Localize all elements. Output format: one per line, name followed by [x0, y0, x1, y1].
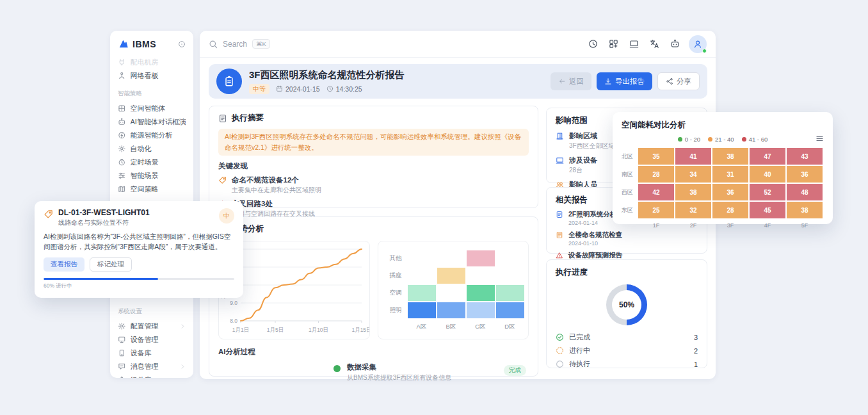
sidebar-item-label: 网络看板	[131, 71, 186, 81]
timer-icon	[118, 158, 126, 167]
target-icon[interactable]	[178, 40, 186, 48]
finding-item: 交叉回路3处 照明与空调回路存在交叉接线	[218, 199, 529, 218]
legend-dot-icon	[708, 137, 712, 142]
sidebar-item[interactable]: 空间智能体	[110, 102, 193, 115]
heatmap-cell	[467, 285, 495, 301]
robot-icon[interactable]	[670, 39, 680, 49]
heatmap-col-label: A区	[408, 320, 436, 331]
search-shortcut: ⌘K	[252, 39, 270, 49]
energy-comparison-panel: 空间能耗对比分析 0 - 20 21 - 40 41 - 60 北区354138…	[613, 112, 833, 224]
scene-icon	[118, 172, 126, 180]
energy-legend-item: 41 - 60	[742, 136, 768, 143]
sidebar-item[interactable]: 设备库	[110, 346, 193, 360]
doc-icon	[556, 231, 563, 239]
report-time-value: 14:30:25	[336, 85, 362, 93]
energy-icon	[118, 131, 126, 140]
sidebar-item[interactable]: 能源智能分析	[110, 129, 193, 142]
topbar: Search ⌘K	[200, 31, 716, 58]
sidebar-item-label: 配电机房	[131, 58, 186, 67]
sidebar-item[interactable]: 配置管理	[110, 320, 193, 333]
sidebar-item[interactable]: 组件库	[110, 373, 193, 378]
device-lib-icon	[118, 349, 126, 357]
app-name: IBMS	[133, 39, 174, 49]
energy-cell: 45	[750, 202, 785, 218]
export-report-button[interactable]: 导出报告	[597, 72, 652, 90]
energy-col-label: 5F	[787, 220, 823, 229]
progress-legend-value: 1	[694, 361, 698, 368]
progress-legend-label: 已完成	[569, 332, 689, 342]
legend-dot-icon	[742, 137, 746, 142]
tag-icon	[218, 176, 227, 184]
menu-icon[interactable]	[816, 134, 824, 143]
device-icon	[118, 336, 126, 344]
search-input[interactable]: Search ⌘K	[209, 39, 588, 49]
report-icon-badge	[216, 69, 242, 94]
building-icon	[556, 132, 564, 140]
alert-popup-header: DL-01-3F-WEST-LIGHT01 线路命名与实际位置不符 中	[44, 208, 234, 227]
finding-desc: 主要集中在走廊和公共区域照明	[232, 186, 321, 195]
apps-icon[interactable]	[609, 39, 618, 49]
sidebar-item[interactable]: 消息管理	[110, 360, 193, 373]
energy-cell: 31	[712, 166, 748, 183]
share-button[interactable]: 分享	[657, 72, 700, 90]
energy-row-label: 东区	[622, 202, 637, 218]
alert-body-text: AI检测到该回路名称为“3F-公共区域主照明回路”，但根据GIS空间图谱分析，其…	[44, 232, 234, 252]
sidebar-item[interactable]: 定时场景	[110, 156, 193, 169]
heatmap-cell	[408, 302, 436, 318]
sidebar-item-label: 智能场景	[131, 171, 186, 181]
sidebar-item[interactable]: 配电机房	[110, 56, 193, 69]
energy-cell: 36	[787, 166, 823, 183]
heatmap-cell	[496, 302, 524, 318]
heatmap-row-label: 插座	[383, 268, 406, 284]
energy-heatmap-grid: 北区3541384743南区2834314036西区4238365248东区25…	[622, 148, 824, 229]
document-icon	[218, 114, 227, 123]
history-icon[interactable]	[588, 39, 598, 49]
progress-legend: 已完成 3 进行中 2 待执行 1	[556, 330, 698, 371]
ibms-logo-icon	[118, 38, 129, 49]
energy-cell: 38	[712, 148, 748, 165]
ai-process-steps: 数据采集 从BMS系统提取3F西区所有设备信息 完成	[218, 362, 529, 382]
display-icon[interactable]	[629, 39, 639, 49]
online-status-dot	[702, 49, 707, 53]
app-canvas: IBMS 配电机房 网络看板 智能策略 空间智能体 AI智能体对话框演示 能源智…	[0, 0, 868, 415]
chevron-right-icon	[180, 364, 186, 370]
alert-severity-badge: 中	[219, 208, 234, 224]
heatmap-row-label: 其他	[383, 250, 406, 266]
impact-item-title: 影响区域	[569, 131, 615, 141]
sidebar-item-label: 自动化	[131, 144, 186, 154]
user-icon	[693, 40, 702, 49]
energy-legend-item: 0 - 20	[678, 136, 700, 143]
avatar[interactable]	[689, 35, 707, 53]
banner-actions: 返回 导出报告 分享	[551, 72, 700, 90]
trend-card-header: 趋势分析	[218, 224, 529, 234]
search-placeholder: Search	[223, 40, 247, 49]
sidebar-item[interactable]: 设备管理	[110, 333, 193, 346]
gear-icon	[118, 145, 126, 153]
related-report-item[interactable]: 全楼命名规范检查 2024-01-10	[556, 231, 698, 247]
energy-cell: 28	[638, 166, 674, 183]
sidebar-item-label: 设备管理	[131, 335, 186, 345]
back-button[interactable]: 返回	[551, 72, 591, 90]
energy-panel-title: 空间能耗对比分析	[622, 120, 824, 131]
energy-cell: 36	[712, 184, 748, 200]
mark-handled-button[interactable]: 标记处理	[90, 257, 132, 272]
analysis-step: 数据采集 从BMS系统提取3F西区所有设备信息 完成	[218, 362, 529, 382]
related-report-title: 2F照明系统分析	[568, 210, 616, 219]
translate-icon[interactable]	[650, 39, 659, 49]
banner-main: 3F西区照明系统命名规范性分析报告 中等 2024-01-15 14:30:25	[249, 69, 543, 94]
sidebar-item[interactable]: 空间策略	[110, 183, 193, 196]
energy-cell: 43	[787, 148, 823, 165]
sidebar-item[interactable]: 智能场景	[110, 169, 193, 183]
component-icon	[118, 376, 126, 378]
sidebar-item[interactable]: AI智能体对话框演示	[110, 115, 193, 129]
view-report-button[interactable]: 查看报告	[44, 257, 84, 272]
energy-cell: 38	[675, 184, 711, 200]
sidebar-section-label: 智能策略	[110, 90, 193, 98]
warning-icon	[556, 252, 563, 259]
check-circle-icon	[556, 333, 564, 341]
heatmap-cell	[496, 268, 524, 284]
share-button-label: 分享	[677, 77, 691, 86]
sidebar-item[interactable]: 网络看板	[110, 69, 193, 83]
sidebar-item[interactable]: 自动化	[110, 142, 193, 156]
finding-title: 交叉回路3处	[232, 199, 315, 209]
